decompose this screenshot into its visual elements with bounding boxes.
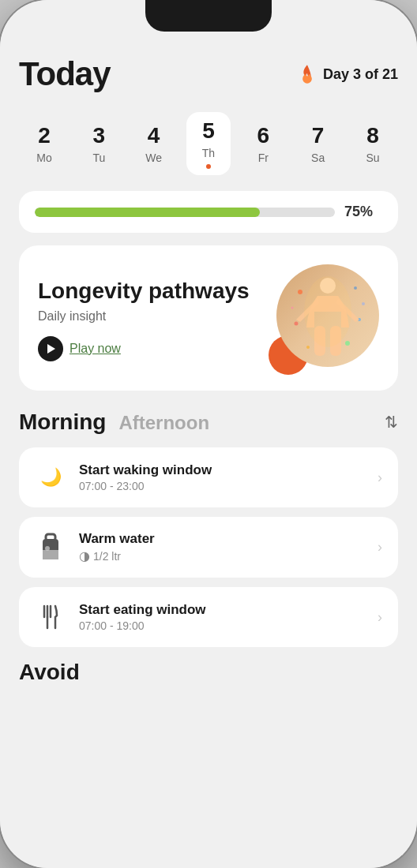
progress-label: 75% — [344, 204, 382, 220]
calendar: 2 Mo 3 Tu 4 We 5 Th 6 Fr 7 Sa — [19, 112, 398, 175]
play-button[interactable]: Play now — [38, 336, 269, 361]
progress-bar-fill — [35, 208, 260, 217]
play-triangle — [47, 344, 55, 354]
longevity-subtitle: Daily insight — [38, 309, 269, 324]
tab-morning[interactable]: Morning — [19, 410, 106, 435]
active-dot — [206, 164, 211, 169]
water-icon — [35, 532, 66, 563]
streak-badge: Day 3 of 21 — [296, 63, 398, 85]
longevity-content: Longevity pathways Daily insight Play no… — [38, 278, 269, 361]
longevity-card[interactable]: Longevity pathways Daily insight Play no… — [19, 245, 398, 391]
longevity-image-area — [269, 264, 379, 375]
chevron-right-icon-2: › — [378, 539, 382, 556]
fork-knife-icon — [35, 601, 66, 633]
svg-point-4 — [306, 346, 310, 349]
svg-rect-14 — [43, 550, 58, 559]
avoid-section: Avoid — [19, 660, 398, 685]
task-content-water: Warm water ◑ 1/2 ltr — [79, 531, 365, 563]
tabs-section: Morning Afternoon ⇅ 🌙 Start waking windo… — [19, 410, 398, 647]
chevron-right-icon-3: › — [378, 609, 382, 626]
task-content-eating: Start eating window 07:00 - 19:00 — [79, 602, 365, 632]
moon-icon: 🌙 — [35, 462, 66, 493]
tabs-left: Morning Afternoon — [19, 410, 209, 435]
sort-icon[interactable]: ⇅ — [385, 413, 398, 432]
task-item-waking[interactable]: 🌙 Start waking window 07:00 - 23:00 › — [19, 447, 398, 507]
svg-rect-13 — [46, 534, 55, 541]
avoid-title: Avoid — [19, 660, 80, 684]
body-circle — [276, 264, 379, 367]
svg-point-0 — [298, 290, 302, 294]
task-content-waking: Start waking window 07:00 - 23:00 — [79, 462, 365, 492]
notch — [145, 0, 272, 32]
svg-point-6 — [291, 307, 294, 309]
task-item-water[interactable]: Warm water ◑ 1/2 ltr › — [19, 517, 398, 578]
task-item-eating[interactable]: Start eating window 07:00 - 19:00 › — [19, 587, 398, 647]
calendar-day-sat[interactable]: 7 Sa — [296, 123, 340, 164]
play-icon — [38, 336, 63, 361]
header: Today Day 3 of 21 — [19, 55, 398, 93]
longevity-title: Longevity pathways — [38, 278, 269, 305]
svg-point-2 — [295, 322, 299, 326]
screen: Today Day 3 of 21 2 Mo 3 Tu 4 We — [0, 0, 417, 868]
svg-point-5 — [345, 341, 350, 346]
calendar-day-wed[interactable]: 4 We — [132, 123, 176, 164]
body-figure — [284, 268, 371, 363]
calendar-day-thu[interactable]: 5 Th — [186, 112, 231, 175]
play-label: Play now — [70, 342, 121, 356]
calendar-day-sun[interactable]: 8 Su — [351, 123, 395, 164]
svg-point-15 — [45, 546, 50, 551]
streak-text: Day 3 of 21 — [323, 66, 398, 83]
progress-bar-background — [35, 208, 335, 217]
chevron-right-icon: › — [378, 470, 382, 486]
svg-point-11 — [304, 276, 351, 347]
svg-point-7 — [362, 302, 365, 305]
page-title: Today — [19, 55, 111, 93]
progress-container: 75% — [19, 191, 398, 233]
calendar-day-fri[interactable]: 6 Fr — [241, 123, 285, 164]
phone-frame: Today Day 3 of 21 2 Mo 3 Tu 4 We — [0, 0, 417, 868]
calendar-day-mon[interactable]: 2 Mo — [22, 123, 66, 164]
tabs-header: Morning Afternoon ⇅ — [19, 410, 398, 435]
svg-point-1 — [354, 286, 357, 290]
calendar-day-tue[interactable]: 3 Tu — [77, 123, 121, 164]
flame-icon — [296, 63, 318, 85]
tab-afternoon[interactable]: Afternoon — [118, 412, 209, 434]
